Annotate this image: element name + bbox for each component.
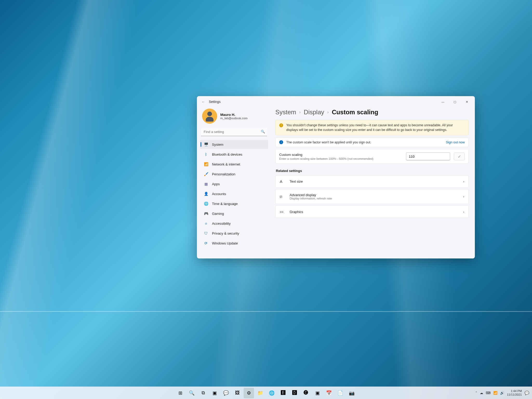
sign-out-link[interactable]: Sign out now xyxy=(446,141,465,144)
sidebar-item-bluetooth-devices[interactable]: ᛒBluetooth & devices xyxy=(200,150,268,159)
taskbar-calendar[interactable]: 📅 xyxy=(324,388,334,398)
taskbar-explorer[interactable]: 📁 xyxy=(255,388,265,398)
edge-icon: 🌐 xyxy=(269,390,275,396)
taskbar-search[interactable]: 🔍 xyxy=(187,388,197,398)
close-button[interactable]: ✕ xyxy=(461,98,473,106)
sidebar-item-time-language[interactable]: 🌐Time & language xyxy=(200,199,268,208)
onedrive-icon[interactable]: ☁ xyxy=(480,391,483,395)
profile[interactable]: Mauro H. m_lab@outlook.com xyxy=(200,108,268,127)
search-input[interactable] xyxy=(201,128,267,136)
chevron-right-icon: › xyxy=(463,179,464,183)
search-box[interactable]: 🔍 xyxy=(201,128,267,136)
breadcrumb-display[interactable]: Display xyxy=(304,109,324,116)
related-list: AText size›⎚Advanced displayDisplay info… xyxy=(275,175,469,218)
explorer-icon: 📁 xyxy=(257,390,263,396)
related-advanced-display[interactable]: ⎚Advanced displayDisplay information, re… xyxy=(275,189,469,204)
maximize-button[interactable]: ▢ xyxy=(449,98,461,106)
custom-scaling-card: Custom scaling Enter a custom scaling si… xyxy=(275,149,469,164)
taskbar-edge-dev[interactable]: 🅳 xyxy=(289,388,300,398)
nav-label: Bluetooth & devices xyxy=(212,152,242,156)
taskbar-chat[interactable]: 💬 xyxy=(221,388,231,398)
taskbar-photos[interactable]: 🖼 xyxy=(232,388,243,398)
taskbar-right: ˄ ☁ ⌨ 📶 🔊 1:44 PM 11/11/2021 💬 xyxy=(475,389,529,397)
taskbar: ⊞🔍⧉▣💬🖼⚙📁🌐🅱🅳🅒▣📅📄📷 ˄ ☁ ⌨ 📶 🔊 1:44 PM 11/11… xyxy=(0,387,532,399)
taskbar-notepad[interactable]: 📄 xyxy=(335,388,345,398)
nav-icon: 🖥️ xyxy=(204,142,208,147)
sidebar-item-system[interactable]: 🖥️System xyxy=(200,140,268,149)
sidebar-item-accounts[interactable]: 👤Accounts xyxy=(200,189,268,198)
taskbar-terminal[interactable]: ▣ xyxy=(312,388,323,398)
breadcrumb: System › Display › Custom scaling xyxy=(275,109,469,116)
calendar-icon: 📅 xyxy=(326,390,332,396)
scaling-desc: Enter a custom scaling size between 100%… xyxy=(279,157,402,160)
settings-icon: ⚙ xyxy=(247,390,251,396)
taskbar-edge[interactable]: 🌐 xyxy=(267,388,277,398)
breadcrumb-system[interactable]: System xyxy=(275,109,296,116)
nav-label: Personalization xyxy=(212,172,235,176)
chevron-right-icon: › xyxy=(463,195,464,198)
wifi-icon[interactable]: 📶 xyxy=(493,391,497,395)
apply-button[interactable]: ✓ xyxy=(454,152,465,160)
nav-icon: ▦ xyxy=(204,182,208,186)
nav-icon: 👤 xyxy=(204,192,208,196)
keyboard-icon[interactable]: ⌨ xyxy=(486,391,491,395)
breadcrumb-current: Custom scaling xyxy=(332,109,378,116)
notifications-icon[interactable]: 💬 xyxy=(524,391,529,395)
taskbar-widgets[interactable]: ▣ xyxy=(209,388,220,398)
related-graphics[interactable]: ▭Graphics› xyxy=(275,205,469,218)
warning-banner: ! You shouldn't change these settings un… xyxy=(275,120,469,135)
wallpaper-horizon xyxy=(0,311,532,312)
taskbar-center: ⊞🔍⧉▣💬🖼⚙📁🌐🅱🅳🅒▣📅📄📷 xyxy=(175,388,357,398)
sidebar-item-windows-update[interactable]: ⟳Windows Update xyxy=(200,238,268,248)
nav-label: System xyxy=(212,143,223,147)
edge-canary-icon: 🅒 xyxy=(304,390,308,396)
back-button[interactable]: ← xyxy=(199,100,208,104)
related-settings-heading: Related settings xyxy=(276,169,468,173)
sidebar-item-privacy-security[interactable]: 🛡Privacy & security xyxy=(200,229,268,238)
profile-name: Mauro H. xyxy=(220,113,248,117)
nav-label: Network & internet xyxy=(212,162,240,166)
volume-icon[interactable]: 🔊 xyxy=(500,391,504,395)
taskbar-edge-beta[interactable]: 🅱 xyxy=(278,388,288,398)
taskbar-settings[interactable]: ⚙ xyxy=(244,388,254,398)
clock[interactable]: 1:44 PM 11/11/2021 xyxy=(507,389,522,397)
search-icon: 🔍 xyxy=(261,130,265,134)
terminal-icon: ▣ xyxy=(315,390,320,396)
sidebar-item-network-internet[interactable]: 📶Network & internet xyxy=(200,159,268,169)
minimize-button[interactable]: — xyxy=(437,98,449,106)
related-icon: A xyxy=(280,179,285,184)
chevron-up-icon[interactable]: ˄ xyxy=(475,391,477,395)
chat-icon: 💬 xyxy=(223,390,229,396)
nav-icon: 🎮 xyxy=(204,211,208,216)
chevron-right-icon: › xyxy=(463,210,464,214)
nav-label: Privacy & security xyxy=(212,231,239,235)
edge-dev-icon: 🅳 xyxy=(292,390,297,396)
nav-icon: 🌐 xyxy=(204,202,208,206)
related-icon: ▭ xyxy=(280,209,285,214)
sidebar-item-apps[interactable]: ▦Apps xyxy=(200,179,268,189)
related-title: Graphics xyxy=(290,210,458,214)
taskbar-start[interactable]: ⊞ xyxy=(175,388,185,398)
taskbar-camera[interactable]: 📷 xyxy=(347,388,357,398)
warning-text: You shouldn't change these settings unle… xyxy=(286,123,465,132)
related-desc: Display information, refresh rate xyxy=(290,197,458,200)
sidebar-item-accessibility[interactable]: ⍟Accessibility xyxy=(200,219,268,228)
nav-label: Apps xyxy=(212,182,220,186)
sidebar-item-personalization[interactable]: 🖌️Personalization xyxy=(200,169,268,179)
sidebar: Mauro H. m_lab@outlook.com 🔍 🖥️SystemᛒBl… xyxy=(197,108,271,258)
sidebar-item-gaming[interactable]: 🎮Gaming xyxy=(200,209,268,218)
info-banner: i The custom scale factor won't be appli… xyxy=(275,137,469,147)
taskview-icon: ⧉ xyxy=(202,390,205,396)
nav-label: Accessibility xyxy=(212,222,231,225)
system-tray[interactable]: ˄ ☁ ⌨ 📶 🔊 xyxy=(475,391,504,395)
taskbar-edge-canary[interactable]: 🅒 xyxy=(301,388,311,398)
titlebar: ← Settings — ▢ ✕ xyxy=(197,96,475,108)
related-text-size[interactable]: AText size› xyxy=(275,175,469,188)
related-icon: ⎚ xyxy=(280,194,285,199)
taskbar-taskview[interactable]: ⧉ xyxy=(198,388,208,398)
nav-label: Accounts xyxy=(212,192,226,196)
scaling-title: Custom scaling xyxy=(279,153,402,157)
scaling-input[interactable] xyxy=(406,152,450,160)
nav-label: Time & language xyxy=(212,202,238,206)
search-icon: 🔍 xyxy=(189,390,195,396)
